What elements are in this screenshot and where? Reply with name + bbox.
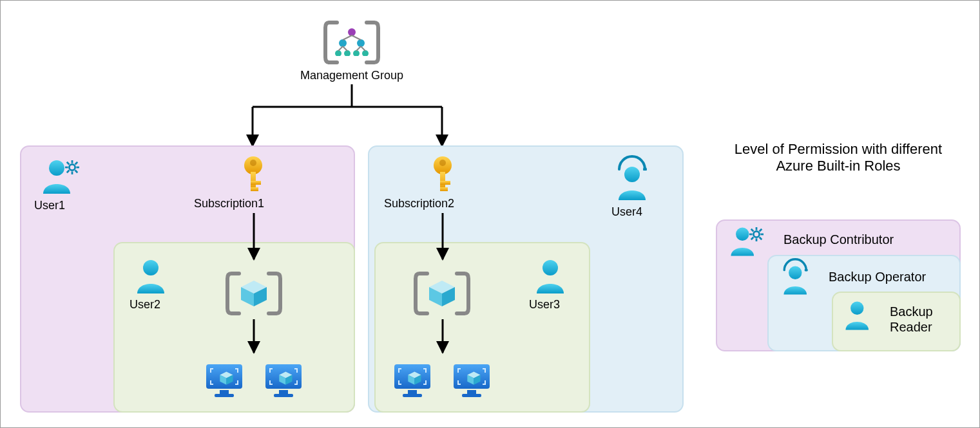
user1-gear-icon <box>65 160 79 174</box>
legend-operator-label: Backup Operator <box>829 270 926 284</box>
vm2-icon <box>264 362 303 400</box>
legend-reader-label-line1: Backup <box>890 304 933 319</box>
connector-rg1-to-vms <box>252 319 256 358</box>
legend-operator-user-icon <box>782 265 809 295</box>
connector-sub1-to-rg <box>252 213 256 265</box>
user2-label: User2 <box>130 298 160 312</box>
legend-title: Level of Permission with different Azure… <box>732 141 945 174</box>
diagram-canvas: Management Group User1 Subscription1 <box>0 0 980 428</box>
hierarchy-icon <box>334 28 369 56</box>
connector-sub2-to-rg <box>441 213 445 265</box>
legend-contributor-label: Backup Contributor <box>783 232 894 247</box>
connector-rg2-to-vms <box>441 319 445 358</box>
management-group-label: Management Group <box>297 69 407 82</box>
subscription2-key-icon <box>427 155 458 192</box>
legend-contributor-gear-icon <box>749 227 764 241</box>
subscription1-label: Subscription1 <box>194 197 264 210</box>
user3-icon <box>534 258 566 293</box>
legend-reader-user-icon <box>843 300 871 330</box>
connector-mg-to-subs <box>251 84 444 155</box>
subscription1-key-icon <box>238 155 269 192</box>
user3-label: User3 <box>529 298 560 312</box>
legend-reader-label-line2: Reader <box>890 320 932 335</box>
user4-label: User4 <box>611 205 642 219</box>
vm1-icon <box>204 362 244 400</box>
user1-label: User1 <box>34 199 65 212</box>
subscription2-label: Subscription2 <box>384 197 454 210</box>
vm4-icon <box>452 362 492 400</box>
user2-icon <box>135 258 167 293</box>
user4-icon <box>616 165 648 200</box>
resource1-cube-icon <box>239 279 269 308</box>
resource2-cube-icon <box>427 279 457 308</box>
vm3-icon <box>392 362 432 400</box>
